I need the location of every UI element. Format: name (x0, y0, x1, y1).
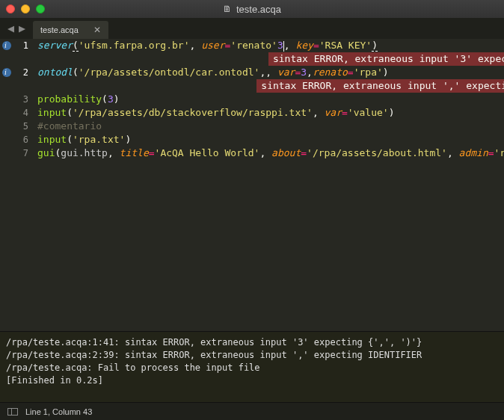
code-line-7[interactable]: gui(gui.http, title='AcQA Hello World', … (33, 146, 504, 160)
cursor-position: Line 1, Column 43 (25, 407, 92, 416)
minimize-window-button[interactable] (21, 4, 30, 13)
console-line: /rpa/teste.acqa:2:39: sintax ERROR, extr… (6, 349, 498, 362)
tab-label: teste.acqa (40, 25, 79, 34)
console-line: [Finished in 0.2s] (6, 374, 498, 387)
tab-close-icon[interactable]: ✕ (93, 25, 101, 35)
titlebar: 🗎 teste.acqa (0, 0, 504, 18)
console-line: /rpa/teste.acqa:1:41: sintax ERROR, extr… (6, 336, 498, 349)
editor[interactable]: 1 2 3 4 5 6 7 server('ufsm.farpa.org.br'… (0, 39, 504, 331)
panel-toggle-icon[interactable] (7, 408, 18, 416)
gutter-line-6: 6 (0, 133, 33, 146)
gutter-line-4: 4 (0, 106, 33, 120)
close-window-button[interactable] (6, 4, 15, 13)
code-line-2[interactable]: ontodl('/rpa/assets/ontodl/car.ontodl',,… (33, 66, 504, 79)
gutter-line-5: 5 (0, 120, 33, 133)
window-title-text: teste.acqa (236, 4, 281, 15)
back-icon[interactable]: ◀ (7, 22, 14, 35)
forward-icon[interactable]: ▶ (19, 22, 25, 35)
code-line-5[interactable]: #comentario (33, 120, 504, 133)
tab-active[interactable]: teste.acqa ✕ (33, 21, 108, 39)
maximize-window-button[interactable] (36, 4, 45, 13)
inline-error-2: sintax ERROR, extraneous input ',' expec… (256, 79, 504, 93)
code-line-1[interactable]: server('ufsm.farpa.org.br', user='renato… (33, 39, 504, 52)
statusbar: Line 1, Column 43 (0, 402, 504, 420)
gutter-line-3: 3 (0, 93, 33, 106)
code-line-4[interactable]: input('/rpa/assets/db/stackoverflow/rasp… (33, 106, 504, 120)
code-line-3[interactable]: probability(3) (33, 93, 504, 106)
inline-error-1: sintax ERROR, extraneous input '3' expec… (268, 52, 504, 66)
window-title: 🗎 teste.acqa (223, 4, 281, 15)
code-area[interactable]: server('ufsm.farpa.org.br', user='renato… (33, 39, 504, 331)
nav-arrows: ◀ ▶ (0, 22, 33, 35)
file-icon: 🗎 (223, 4, 232, 14)
traffic-lights (0, 4, 45, 13)
gutter-line-7: 7 (0, 146, 33, 160)
gutter-line-2: 2 (0, 66, 33, 79)
code-line-6[interactable]: input('rpa.txt') (33, 133, 504, 146)
output-console[interactable]: /rpa/teste.acqa:1:41: sintax ERROR, extr… (0, 331, 504, 402)
tab-row: ◀ ▶ teste.acqa ✕ (0, 18, 504, 39)
console-line: /rpa/teste.acqa: Fail to process the inp… (6, 362, 498, 374)
gutter-line-1: 1 (0, 39, 33, 52)
gutter: 1 2 3 4 5 6 7 (0, 39, 33, 331)
